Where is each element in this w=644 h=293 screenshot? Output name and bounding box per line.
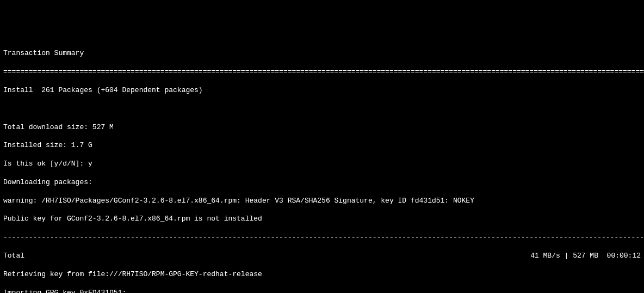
total-label: Total (3, 252, 530, 261)
transaction-summary-title: Transaction Summary (3, 49, 641, 58)
installed-size: Installed size: 1.7 G (3, 141, 641, 150)
confirm-prompt-1: Is this ok [y/d/N]: y (3, 160, 641, 169)
install-packages-line: Install 261 Packages (+604 Dependent pac… (3, 86, 641, 95)
downloading-packages: Downloading packages: (3, 178, 641, 187)
download-size: Total download size: 527 M (3, 123, 641, 132)
warning-line: warning: /RH7ISO/Packages/GConf2-3.2.6-8… (3, 197, 641, 206)
separator-line: ========================================… (3, 68, 641, 77)
total-line: Total41 MB/s | 527 MB 00:00:12 (3, 252, 641, 261)
pubkey-line: Public key for GConf2-3.2.6-8.el7.x86_64… (3, 215, 641, 224)
blank-line (3, 105, 641, 114)
dash-separator: ----------------------------------------… (3, 233, 641, 242)
import-key-1: Importing GPG key 0xFD431D51: (3, 289, 641, 293)
total-stats: 41 MB/s | 527 MB 00:00:12 (530, 252, 641, 261)
retrieve-key: Retrieving key from file:///RH7ISO/RPM-G… (3, 270, 641, 279)
terminal-output: Transaction Summary ====================… (3, 40, 641, 293)
